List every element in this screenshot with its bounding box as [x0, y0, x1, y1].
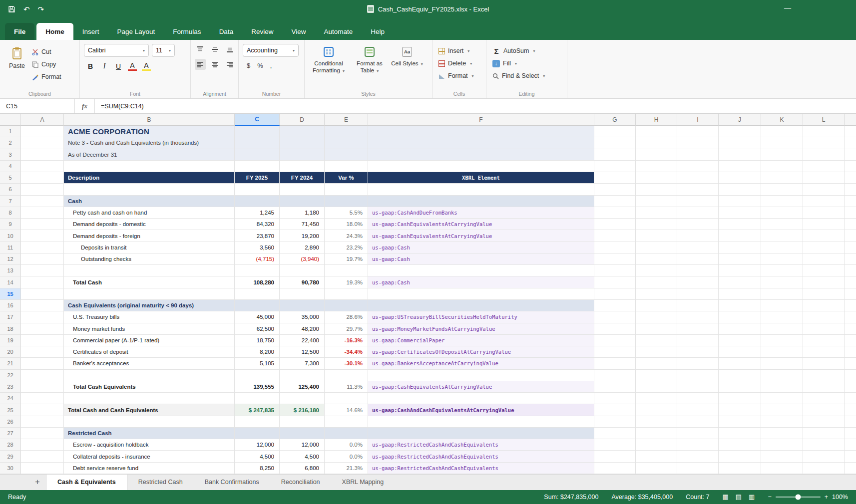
row-header-18[interactable]: 18 — [0, 323, 21, 335]
comma-format-button[interactable]: , — [270, 62, 272, 69]
col-header-F[interactable]: F — [368, 114, 594, 126]
cell-I18[interactable] — [677, 323, 719, 335]
cell-K25[interactable] — [761, 404, 803, 416]
cell-H30[interactable] — [636, 463, 677, 474]
cell-J9[interactable] — [719, 219, 761, 230]
copy-button[interactable]: Copy — [30, 58, 63, 70]
cell-A5[interactable] — [21, 172, 64, 184]
cell-partial19[interactable] — [845, 335, 856, 346]
cell-B17[interactable]: U.S. Treasury bills — [64, 311, 235, 323]
cell-C21[interactable]: 5,105 — [235, 358, 280, 369]
cell-C19[interactable]: 18,750 — [235, 335, 280, 346]
menu-tab-insert[interactable]: Insert — [73, 23, 108, 40]
cell-L27[interactable] — [803, 428, 845, 439]
currency-format-button[interactable]: $ — [247, 62, 250, 69]
row-header-6[interactable]: 6 — [0, 184, 21, 195]
cell-partial13[interactable] — [845, 265, 856, 276]
row-header-29[interactable]: 29 — [0, 451, 21, 462]
cell-E16[interactable] — [325, 300, 368, 311]
cell-styles-button[interactable]: Aa Cell Styles ▾ — [391, 45, 424, 97]
cell-C2[interactable] — [235, 137, 280, 149]
cell-L4[interactable] — [803, 161, 845, 172]
cell-partial3[interactable] — [845, 149, 856, 161]
cell-partial9[interactable] — [845, 219, 856, 230]
cell-D25[interactable]: $ 216,180 — [280, 404, 325, 416]
cell-A19[interactable] — [21, 335, 64, 346]
cell-E13[interactable] — [325, 265, 368, 276]
menu-tab-formulas[interactable]: Formulas — [164, 23, 210, 40]
cell-E14[interactable]: 19.3% — [325, 276, 368, 288]
cell-partial5[interactable] — [845, 172, 856, 184]
cell-K10[interactable] — [761, 230, 803, 242]
cell-H29[interactable] — [636, 451, 677, 462]
cell-partial20[interactable] — [845, 346, 856, 358]
cell-partial11[interactable] — [845, 242, 856, 253]
cell-B30[interactable]: Debt service reserve fund — [64, 463, 235, 474]
cell-B8[interactable]: Petty cash and cash on hand — [64, 207, 235, 219]
menu-tab-data[interactable]: Data — [210, 23, 243, 40]
menu-tab-page-layout[interactable]: Page Layout — [108, 23, 164, 40]
cell-I29[interactable] — [677, 451, 719, 462]
row-header-16[interactable]: 16 — [0, 300, 21, 311]
cell-E1[interactable] — [325, 126, 368, 137]
cell-B27[interactable]: Restricted Cash — [64, 428, 235, 439]
cell-D30[interactable]: 6,800 — [280, 463, 325, 474]
cell-J25[interactable] — [719, 404, 761, 416]
cell-B10[interactable]: Demand deposits - foreign — [64, 230, 235, 242]
cell-H7[interactable] — [636, 196, 677, 207]
cell-F5[interactable]: XBRL Element — [368, 172, 594, 184]
cell-G12[interactable] — [594, 253, 636, 265]
cell-J30[interactable] — [719, 463, 761, 474]
cell-F18[interactable]: us-gaap:MoneyMarketFundsAtCarryingValue — [368, 323, 594, 335]
row-header-2[interactable]: 2 — [0, 137, 21, 149]
cell-C3[interactable] — [235, 149, 280, 161]
cell-E19[interactable]: -16.3% — [325, 335, 368, 346]
cell-E29[interactable]: 0.0% — [325, 451, 368, 462]
cell-L7[interactable] — [803, 196, 845, 207]
cell-E21[interactable]: -30.1% — [325, 358, 368, 369]
sheet-tab-reconciliation[interactable]: Reconciliation — [270, 475, 331, 490]
col-header-J[interactable]: J — [719, 114, 761, 126]
cell-partial28[interactable] — [845, 439, 856, 451]
cell-partial12[interactable] — [845, 253, 856, 265]
cell-F23[interactable]: us-gaap:CashEquivalentsAtCarryingValue — [368, 381, 594, 393]
font-family-select[interactable]: Calibri▾ — [84, 44, 149, 57]
cell-B25[interactable]: Total Cash and Cash Equivalents — [64, 404, 235, 416]
cell-G29[interactable] — [594, 451, 636, 462]
cell-C18[interactable]: 62,500 — [235, 323, 280, 335]
cell-H19[interactable] — [636, 335, 677, 346]
cell-I30[interactable] — [677, 463, 719, 474]
cell-A29[interactable] — [21, 451, 64, 462]
cell-F4[interactable] — [368, 161, 594, 172]
cell-partial4[interactable] — [845, 161, 856, 172]
cell-K4[interactable] — [761, 161, 803, 172]
cell-K14[interactable] — [761, 276, 803, 288]
cell-I4[interactable] — [677, 161, 719, 172]
cell-F29[interactable]: us-gaap:RestrictedCashAndCashEquivalents — [368, 451, 594, 462]
cell-I8[interactable] — [677, 207, 719, 219]
font-color-button[interactable]: A — [128, 62, 137, 71]
row-header-14[interactable]: 14 — [0, 276, 21, 288]
cell-partial15[interactable] — [845, 288, 856, 300]
add-sheet-button[interactable]: + — [29, 475, 46, 490]
cell-I21[interactable] — [677, 358, 719, 369]
cell-G2[interactable] — [594, 137, 636, 149]
menu-tab-view[interactable]: View — [282, 23, 315, 40]
sheet-tab-restricted-cash[interactable]: Restricted Cash — [127, 475, 194, 490]
cell-L26[interactable] — [803, 416, 845, 428]
fill-button[interactable]: ↓Fill▾ — [490, 57, 564, 69]
cell-K24[interactable] — [761, 393, 803, 404]
cell-I15[interactable] — [677, 288, 719, 300]
cell-E12[interactable]: 19.7% — [325, 253, 368, 265]
cell-E9[interactable]: 18.0% — [325, 219, 368, 230]
cell-B12[interactable]: Outstanding checks — [64, 253, 235, 265]
cell-D10[interactable]: 19,200 — [280, 230, 325, 242]
cell-G11[interactable] — [594, 242, 636, 253]
cell-E10[interactable]: 24.3% — [325, 230, 368, 242]
cell-H24[interactable] — [636, 393, 677, 404]
italic-button[interactable]: I — [100, 62, 109, 70]
page-layout-view-icon[interactable]: ▤ — [736, 493, 742, 501]
cell-J3[interactable] — [719, 149, 761, 161]
cell-J10[interactable] — [719, 230, 761, 242]
undo-icon[interactable]: ↶ — [23, 5, 30, 13]
